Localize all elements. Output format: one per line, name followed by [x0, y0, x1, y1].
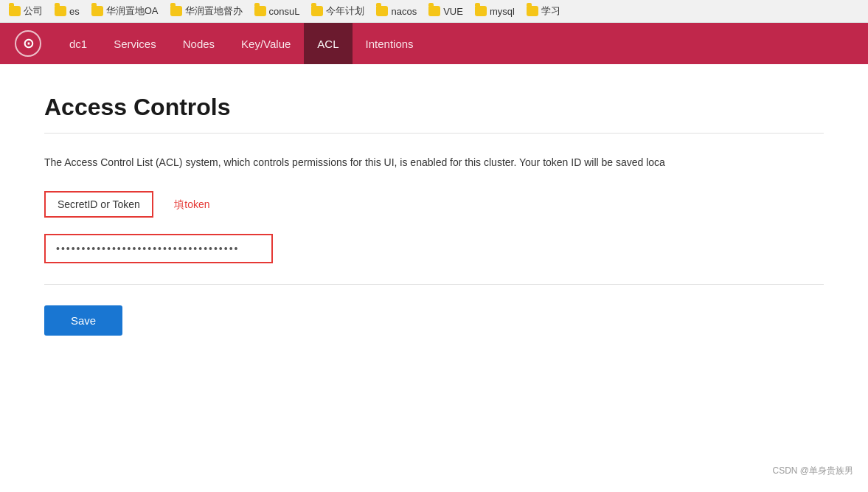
description-text: The Access Control List (ACL) system, wh… [44, 154, 824, 170]
bookmark-item[interactable]: mysql [475, 6, 515, 17]
token-input-wrapper[interactable] [44, 234, 273, 263]
bookmark-label: nacos [391, 6, 417, 17]
bookmark-item[interactable]: 学习 [527, 4, 560, 18]
field-label: SecretID or Token [44, 191, 153, 218]
nav-item-acl[interactable]: ACL [304, 23, 352, 64]
watermark: CSDN @单身贵族男 [772, 465, 853, 477]
folder-icon [9, 6, 21, 16]
token-input[interactable] [44, 234, 273, 263]
folder-icon [170, 6, 182, 16]
annotation-text: 填token [174, 198, 209, 212]
nav-item-key-value[interactable]: Key/Value [228, 23, 304, 64]
nav-item-intentions[interactable]: Intentions [353, 23, 427, 64]
bookmark-label: 华润置地督办 [185, 4, 243, 18]
input-row [44, 234, 824, 263]
bookmark-label: VUE [443, 6, 463, 17]
folder-icon [428, 6, 440, 16]
form-divider [44, 284, 824, 285]
save-button[interactable]: Save [44, 305, 122, 336]
navbar: ⊙ dc1 ServicesNodesKey/ValueACLIntention… [0, 23, 868, 64]
page-title: Access Controls [44, 94, 824, 121]
nav-item-nodes[interactable]: Nodes [170, 23, 228, 64]
main-content: Access Controls The Access Control List … [0, 64, 868, 365]
bookmark-label: consuL [269, 6, 300, 17]
bookmark-label: es [69, 6, 80, 17]
consul-logo[interactable]: ⊙ [15, 30, 41, 57]
bookmark-item[interactable]: 华润置地督办 [170, 4, 243, 18]
bookmark-item[interactable]: nacos [376, 6, 417, 17]
folder-icon [311, 6, 323, 16]
bookmark-item[interactable]: 公司 [9, 4, 43, 18]
bookmark-label: 公司 [24, 4, 43, 18]
bookmark-label: 学习 [541, 4, 560, 18]
folder-icon [527, 6, 538, 16]
bookmark-item[interactable]: consuL [254, 6, 300, 17]
folder-icon [91, 6, 103, 16]
bookmark-label: mysql [490, 6, 515, 17]
bookmark-item[interactable]: es [55, 6, 80, 17]
nav-items: dc1 ServicesNodesKey/ValueACLIntentions [56, 23, 427, 64]
title-divider [44, 133, 824, 134]
folder-icon [254, 6, 266, 16]
field-label-row: SecretID or Token 填token [44, 191, 824, 226]
nav-item-services[interactable]: Services [100, 23, 170, 64]
bookmark-item[interactable]: 今年计划 [311, 4, 364, 18]
bookmark-label: 今年计划 [326, 4, 364, 18]
bookmark-label: 华润置地OA [106, 4, 159, 18]
folder-icon [376, 6, 388, 16]
nav-datacenter[interactable]: dc1 [56, 23, 100, 64]
bookmark-item[interactable]: VUE [428, 6, 463, 17]
logo-symbol: ⊙ [23, 35, 34, 52]
folder-icon [55, 6, 66, 16]
bookmarks-bar: 公司es华润置地OA华润置地督办consuL今年计划nacosVUEmysql学… [0, 0, 868, 23]
folder-icon [475, 6, 487, 16]
bookmark-item[interactable]: 华润置地OA [91, 4, 159, 18]
form-section: SecretID or Token 填token [44, 191, 824, 263]
